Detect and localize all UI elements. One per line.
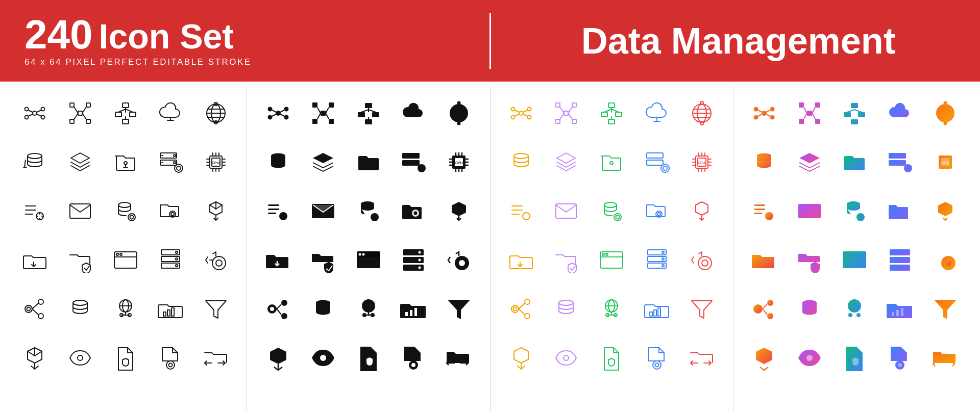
row-3-solid — [255, 187, 481, 236]
hierarchy-icon-color — [593, 95, 630, 132]
svg-point-94 — [176, 251, 178, 253]
svg-rect-245 — [616, 112, 622, 117]
folder-chart-icon-grad — [881, 291, 918, 327]
code-gear-icon-outline — [198, 242, 234, 278]
svg-point-47 — [177, 166, 181, 170]
svg-point-201 — [459, 260, 465, 266]
svg-rect-234 — [564, 111, 568, 115]
data-rack-icon-grad — [881, 242, 918, 278]
svg-point-289 — [616, 216, 620, 219]
box-download-icon-grad — [746, 340, 782, 376]
folder-network-icon-solid — [350, 144, 387, 180]
data-rack-icon-solid — [395, 242, 432, 278]
svg-rect-179 — [268, 209, 279, 210]
svg-line-7 — [28, 114, 33, 116]
section-outline: CPU — [8, 87, 242, 411]
svg-line-133 — [272, 110, 276, 112]
filter-icon-color — [683, 291, 720, 327]
svg-point-265 — [661, 164, 669, 172]
svg-point-129 — [267, 107, 272, 112]
svg-point-266 — [663, 166, 667, 170]
svg-point-186 — [414, 212, 418, 215]
svg-rect-352 — [858, 112, 865, 117]
database2-icon-solid — [305, 291, 341, 327]
svg-point-399 — [753, 304, 763, 314]
distributed-nodes-icon-grad — [791, 95, 828, 132]
layers-icon-grad — [791, 144, 828, 180]
svg-rect-395 — [890, 257, 910, 263]
svg-line-24 — [126, 109, 133, 112]
layers-icon-outline — [62, 144, 99, 180]
layers-icon-color — [548, 144, 584, 180]
svg-rect-138 — [312, 102, 317, 108]
svg-rect-20 — [130, 112, 136, 117]
folder-download-icon-outline — [16, 242, 53, 278]
svg-rect-178 — [268, 204, 279, 206]
doc-gear-icon-color — [639, 340, 675, 376]
svg-rect-353 — [851, 119, 858, 124]
doc-gear-icon-grad — [881, 340, 918, 376]
svg-point-199 — [419, 267, 421, 269]
svg-point-77 — [128, 214, 135, 221]
layers-icon-solid — [305, 144, 341, 180]
svg-rect-180 — [268, 213, 276, 214]
svg-rect-322 — [654, 310, 656, 316]
svg-point-125 — [169, 363, 173, 367]
svg-marker-324 — [692, 301, 712, 318]
cloud-icon-grad — [881, 95, 918, 132]
svg-point-103 — [38, 314, 43, 319]
svg-point-259 — [700, 122, 703, 125]
svg-rect-321 — [650, 312, 652, 316]
icon-count: 240 Icon Set — [24, 14, 459, 55]
folder-chart-icon-solid — [395, 291, 432, 327]
svg-line-84 — [216, 205, 222, 209]
svg-rect-385 — [754, 213, 762, 214]
svg-point-203 — [270, 307, 274, 311]
svg-point-50 — [174, 154, 176, 157]
svg-line-239 — [560, 107, 564, 113]
globe-hierarchy-icon-grad — [836, 291, 873, 327]
database2-icon-grad — [791, 291, 828, 327]
svg-point-98 — [216, 260, 222, 266]
svg-rect-299 — [648, 250, 666, 255]
svg-line-142 — [317, 108, 321, 113]
globe-network-icon-color — [683, 95, 720, 132]
svg-line-248 — [604, 109, 611, 112]
doc-shield-icon-outline — [107, 340, 144, 376]
svg-text:CPU: CPU — [698, 161, 705, 165]
svg-rect-394 — [890, 249, 910, 255]
svg-point-262 — [610, 162, 613, 165]
svg-line-403 — [763, 309, 767, 315]
svg-rect-410 — [892, 312, 894, 316]
svg-line-338 — [766, 110, 770, 112]
svg-point-128 — [276, 111, 281, 116]
settings-nodes-icon-outline — [16, 291, 53, 327]
svg-line-347 — [812, 108, 815, 113]
svg-marker-413 — [934, 300, 957, 319]
section-color: CPU — [495, 87, 729, 411]
data-network-icon-solid — [260, 95, 297, 132]
server-gear-icon-outline — [152, 144, 189, 180]
eye-icon-solid — [305, 340, 341, 376]
svg-point-302 — [662, 251, 664, 253]
svg-line-16 — [74, 113, 78, 119]
sep-3 — [733, 87, 733, 411]
folder-transfer-icon-color — [683, 340, 720, 376]
svg-line-83 — [210, 205, 216, 209]
svg-marker-218 — [270, 348, 286, 364]
svg-line-241 — [560, 113, 564, 119]
svg-point-308 — [513, 307, 517, 311]
svg-text:CPU: CPU — [942, 161, 949, 165]
cloud-icon-solid — [395, 95, 432, 132]
svg-rect-341 — [807, 111, 812, 116]
database-icon-solid — [260, 144, 297, 180]
shield-folder-icon-solid — [305, 242, 341, 278]
svg-point-51 — [174, 162, 176, 164]
svg-line-15 — [82, 107, 86, 113]
svg-point-102 — [38, 299, 43, 304]
database-settings-icon-solid — [350, 193, 387, 229]
svg-point-359 — [943, 101, 947, 105]
svg-point-409 — [856, 313, 861, 317]
shield-folder-icon-outline — [62, 242, 99, 278]
folder-network-icon-grad — [836, 144, 873, 180]
